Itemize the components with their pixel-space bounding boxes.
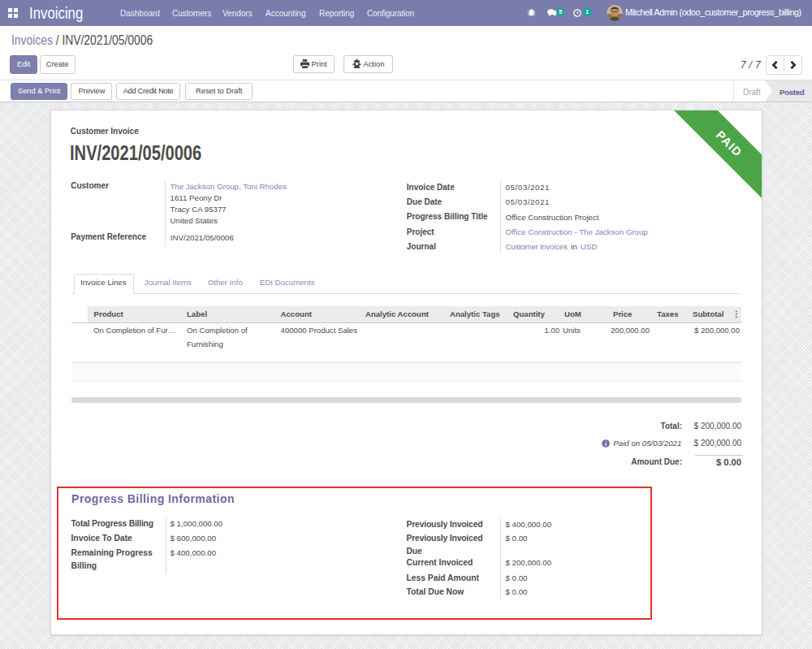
svg-text:i: i bbox=[604, 439, 606, 447]
